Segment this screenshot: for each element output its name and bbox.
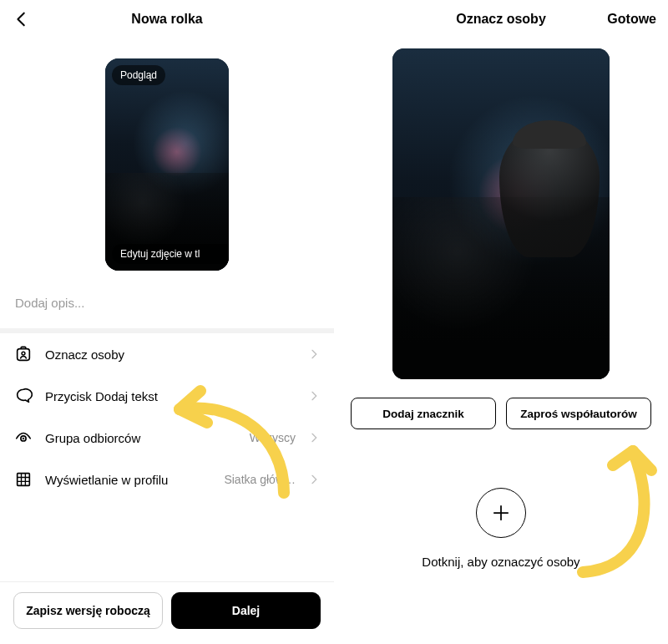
chat-bubble-icon (13, 386, 33, 406)
preview-container: Podgląd Edytuj zdjęcie w tl (0, 42, 334, 282)
add-tag-circle-button[interactable] (476, 488, 526, 538)
tag-buttons-row: Dodaj znacznik Zaproś współautorów (334, 394, 668, 429)
tag-header-title: Oznacz osoby (456, 12, 546, 27)
header-title: Nowa rolka (131, 12, 202, 27)
profile-display-row[interactable]: Wyświetlanie w profilu Siatka głów… (0, 459, 334, 500)
profile-display-label: Wyświetlanie w profilu (45, 473, 212, 487)
chevron-right-icon (307, 389, 321, 403)
tap-to-tag-label: Dotknij, aby oznaczyć osoby (422, 555, 579, 569)
grid-icon (13, 469, 33, 489)
new-reel-screen: Nowa rolka Podgląd Edytuj zdjęcie w tl D… (0, 0, 334, 644)
chevron-right-icon (307, 473, 321, 486)
tag-people-screen: Oznacz osoby Gotowe Dodaj znacznik Zapro… (334, 0, 668, 644)
audience-row[interactable]: Grupa odbiorców Wszyscy (0, 417, 334, 459)
options-list: Oznacz osoby Przycisk Dodaj tekst Grupa … (0, 333, 334, 500)
add-text-button-row[interactable]: Przycisk Dodaj tekst (0, 375, 334, 417)
reel-preview[interactable]: Podgląd Edytuj zdjęcie w tl (105, 58, 229, 271)
tag-people-label: Oznacz osoby (45, 347, 296, 362)
tag-preview-container (334, 42, 668, 394)
chevron-right-icon (307, 347, 321, 361)
tag-people-row[interactable]: Oznacz osoby (0, 333, 334, 375)
svg-point-3 (23, 438, 25, 440)
tag-preview-image[interactable] (392, 48, 610, 379)
add-tag-button[interactable]: Dodaj znacznik (351, 398, 496, 429)
plus-icon (489, 501, 513, 525)
add-text-button-label: Przycisk Dodaj tekst (45, 389, 296, 403)
audience-label: Grupa odbiorców (45, 431, 238, 445)
footer-actions: Zapisz wersję roboczą Dalej (0, 581, 334, 644)
back-chevron-icon (13, 10, 31, 28)
caption-input[interactable]: Dodaj opis... (0, 282, 334, 328)
audience-value: Wszyscy (250, 431, 296, 444)
person-tag-icon (13, 344, 33, 364)
header-left: Nowa rolka (0, 0, 334, 42)
audience-eye-icon (13, 428, 33, 448)
back-button[interactable] (12, 9, 32, 29)
edit-cover-button[interactable]: Edytuj zdjęcie w tl (112, 244, 229, 264)
tap-to-tag-area: Dotknij, aby oznaczyć osoby (334, 429, 668, 569)
svg-point-1 (22, 352, 25, 355)
svg-rect-4 (18, 474, 30, 486)
invite-collaborators-button[interactable]: Zaproś współautorów (506, 398, 651, 429)
save-draft-button[interactable]: Zapisz wersję roboczą (13, 592, 163, 629)
profile-display-value: Siatka głów… (224, 473, 296, 486)
chevron-right-icon (307, 431, 321, 444)
next-button[interactable]: Dalej (171, 592, 321, 629)
preview-badge[interactable]: Podgląd (112, 65, 165, 85)
done-button[interactable]: Gotowe (607, 12, 656, 27)
header-right: Oznacz osoby Gotowe (334, 0, 668, 42)
